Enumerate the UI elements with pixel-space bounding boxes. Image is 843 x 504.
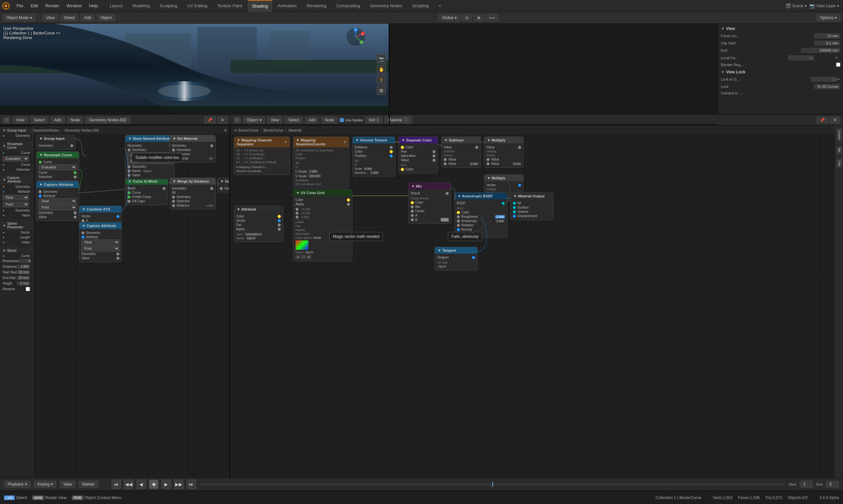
focal-length-value[interactable]: 23 mm xyxy=(814,33,840,38)
uvcg-btn3[interactable]: ✕ xyxy=(306,255,311,259)
spiral-rotations-value[interactable]: 1.000 xyxy=(17,265,30,269)
voronoi-header[interactable]: ▼ Voronoi Texture xyxy=(353,137,395,143)
tangent-header[interactable]: ▼ Tangent xyxy=(435,247,477,254)
node-node-menu[interactable]: Node xyxy=(67,116,84,124)
options-btn[interactable]: Options ▾ xyxy=(816,14,840,21)
node-editor-icon[interactable]: ⬡ xyxy=(3,117,11,123)
blender-logo-icon[interactable] xyxy=(0,0,12,12)
spiral-end-rad-value[interactable]: 20 mm xyxy=(17,276,30,280)
marker-menu[interactable]: Marker xyxy=(79,481,98,488)
mat-object-btn[interactable]: Object ▾ xyxy=(243,116,265,124)
cap1-type-select[interactable]: Float xyxy=(38,198,77,204)
mat-breadcrumb-arrow-left[interactable]: ◀ xyxy=(234,128,237,132)
combine-xyz-header[interactable]: ▼ Combine XYZ xyxy=(79,206,121,213)
spiral-resolution-value[interactable]: 4 xyxy=(18,259,31,263)
tab-compositing[interactable]: Compositing xyxy=(332,0,364,12)
next-frame-btn[interactable]: ▶▶ xyxy=(174,480,184,489)
menu-window[interactable]: Window xyxy=(63,2,85,10)
capture-attr-2-header[interactable]: ▼ Capture Attribute xyxy=(79,222,121,229)
viewport-gizmo[interactable]: X Y Z xyxy=(346,27,365,47)
tab-texture-paint[interactable]: Texture Paint xyxy=(213,0,247,12)
spiral-start-rad-value[interactable]: 20 mm xyxy=(17,270,30,274)
jump-end-btn[interactable]: ⏭ xyxy=(187,480,196,489)
local-ca-value[interactable]: □ xyxy=(788,55,814,60)
spiral-reverse-checkbox[interactable] xyxy=(26,287,30,291)
screen-tab[interactable]: Screen xyxy=(837,128,842,142)
node-select-menu[interactable]: Select xyxy=(30,116,48,124)
frame-end-value[interactable]: 5 xyxy=(826,481,839,488)
play-btn[interactable]: ▶ xyxy=(162,480,171,489)
mapping-seamless-header[interactable]: ▼ Mapping SeamlessCoords ⚙ xyxy=(293,137,349,147)
stop-btn[interactable]: ⏺ xyxy=(149,480,158,489)
mat-add-menu[interactable]: Add xyxy=(305,116,319,124)
render-reg-checkbox[interactable] xyxy=(836,62,840,67)
playback-menu[interactable]: Playback ▾ xyxy=(4,481,31,488)
end-value[interactable]: 100000 mm xyxy=(801,48,840,53)
menu-file[interactable]: File xyxy=(13,2,27,10)
clip-start-value[interactable]: 0.1 mm xyxy=(814,40,840,46)
node-editor-close[interactable]: ✕ xyxy=(217,116,228,124)
sidebar-resample-evaluated[interactable]: Evaluated xyxy=(0,155,33,162)
uv-grid-header[interactable]: ▼ UV Color Grid xyxy=(293,190,352,196)
mat-output-header[interactable]: ▼ Material Output xyxy=(511,193,553,199)
breadcrumb-arrow-right[interactable]: ▶ xyxy=(225,128,227,132)
jump-start-btn[interactable]: ⏮ xyxy=(111,480,121,489)
mat-editor-icon[interactable]: ⬡ xyxy=(233,117,241,123)
group-input-header[interactable]: ▼ Group Input xyxy=(37,135,75,142)
cha-tab[interactable]: Cha xyxy=(837,159,842,168)
view-menu[interactable]: View xyxy=(59,481,75,488)
play-back-btn[interactable]: ◀ xyxy=(137,480,146,489)
anisotropic-header[interactable]: ▼ Anisotropic BSDF xyxy=(455,193,507,199)
tab-modeling[interactable]: Modeling xyxy=(128,0,154,12)
resample-type-dropdown[interactable]: Evaluated xyxy=(38,164,77,170)
sna-domain-select[interactable]: Point xyxy=(127,159,172,164)
viewport-hand-icon[interactable]: ✋ xyxy=(377,65,386,74)
sidebar-spline-header[interactable]: ▼Spline Parameter xyxy=(0,221,33,230)
menu-help[interactable]: Help xyxy=(86,2,101,10)
viewport-separator[interactable] xyxy=(0,124,718,126)
tab-uv-editing[interactable]: UV Editing xyxy=(183,0,212,12)
tab-rendering[interactable]: Rendering xyxy=(302,0,331,12)
sidebar-cap1-point[interactable]: Point xyxy=(0,201,33,208)
sidebar-cap1-float[interactable]: Float xyxy=(0,194,33,201)
proportional-btn[interactable]: ⊕ xyxy=(474,14,484,21)
sep-color-header[interactable]: ▼ Separate Color xyxy=(399,137,437,143)
use-nodes-checkbox[interactable] xyxy=(340,118,344,122)
timeline-line[interactable] xyxy=(199,484,786,485)
uvcg-btn2[interactable]: □ xyxy=(301,255,306,259)
mat-node-menu[interactable]: Node xyxy=(321,116,338,124)
select-menu[interactable]: Select xyxy=(60,14,79,21)
subtract-header[interactable]: ▼ Subtract xyxy=(442,137,480,143)
view-menu[interactable]: View xyxy=(42,14,58,21)
mat-select-menu[interactable]: Select xyxy=(285,116,303,124)
material-node-canvas[interactable]: ▼ Mapping Channel Separator ⚙ XZ → YX (S… xyxy=(230,135,843,478)
scene-selector[interactable]: 🎬 Scene ▾ xyxy=(785,3,807,8)
transform-mode[interactable]: ⟷ xyxy=(485,14,498,21)
viewport-person-icon[interactable]: 🚶 xyxy=(377,75,386,85)
geo-node-canvas[interactable]: ▼ Group Input Geometry ▼ Resample Curve … xyxy=(33,135,230,478)
lock-to-edit-icon[interactable]: ✏ xyxy=(837,77,840,82)
keying-menu[interactable]: Keying ▾ xyxy=(34,481,57,488)
menu-render[interactable]: Render xyxy=(42,2,63,10)
frame-start-value[interactable]: 1 xyxy=(799,481,813,488)
tab-shading[interactable]: Shading xyxy=(247,0,273,12)
vertical-separator-right[interactable] xyxy=(389,24,390,126)
tab-geometry-nodes[interactable]: Geometry Nodes xyxy=(365,0,407,12)
viewport-camera-icon[interactable]: 📷 xyxy=(377,54,386,64)
node-editor-pin[interactable]: 📌 xyxy=(204,116,216,124)
object-menu[interactable]: Object xyxy=(97,14,116,21)
capture-type-select[interactable]: Float xyxy=(3,195,29,200)
mat-view-menu[interactable]: View xyxy=(267,116,283,124)
uvcg-btn1[interactable]: ⊙ xyxy=(295,255,300,259)
tab-animation[interactable]: Animation xyxy=(273,0,301,12)
capture-domain-select[interactable]: Point xyxy=(3,202,29,207)
tab-sculpting[interactable]: Sculpting xyxy=(155,0,182,12)
lock-to-value[interactable]: □ xyxy=(811,77,837,82)
node-graph-name[interactable]: Geometry Nodes.002 xyxy=(85,116,130,124)
bie-tab[interactable]: Bie xyxy=(837,146,842,154)
prev-frame-btn[interactable]: ◀◀ xyxy=(124,480,133,489)
attribute-header[interactable]: ▼ Attribute xyxy=(234,206,283,213)
view-layer-selector[interactable]: 📷 View Layer ▾ xyxy=(809,3,839,8)
node-add-menu[interactable]: Add xyxy=(50,116,65,124)
multiply-top-header[interactable]: ▼ Multiply xyxy=(484,137,523,143)
